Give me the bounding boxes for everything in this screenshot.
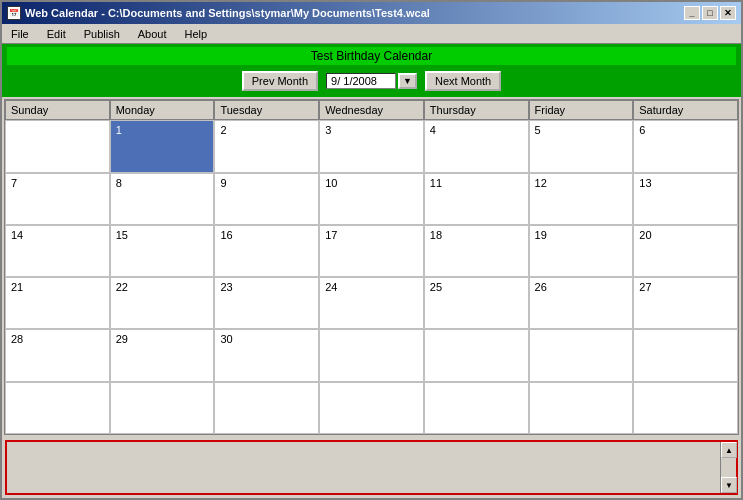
day-header-sunday: Sunday xyxy=(5,100,110,120)
day-cell-2-0[interactable]: 14 xyxy=(5,225,110,277)
status-bar: ▲ ▼ xyxy=(5,440,738,495)
calendar-title: Test Birthday Calendar xyxy=(7,47,736,65)
day-cell-3-6[interactable]: 27 xyxy=(633,277,738,329)
day-cell-3-3[interactable]: 24 xyxy=(319,277,424,329)
close-button[interactable]: ✕ xyxy=(720,6,736,20)
day-cell-2-5[interactable]: 19 xyxy=(529,225,634,277)
day-cell-2-2[interactable]: 16 xyxy=(214,225,319,277)
day-header-thursday: Thursday xyxy=(424,100,529,120)
day-cell-2-6[interactable]: 20 xyxy=(633,225,738,277)
maximize-button[interactable]: □ xyxy=(702,6,718,20)
day-cell-0-3[interactable]: 3 xyxy=(319,120,424,172)
day-cell-5-1 xyxy=(110,382,215,434)
title-bar: 📅 Web Calendar - C:\Documents and Settin… xyxy=(2,2,741,24)
menu-item-file[interactable]: File xyxy=(7,27,33,41)
day-cell-1-5[interactable]: 12 xyxy=(529,173,634,225)
day-header-wednesday: Wednesday xyxy=(319,100,424,120)
nav-bar: Prev Month ▼ Next Month xyxy=(7,68,736,94)
next-month-button[interactable]: Next Month xyxy=(425,71,501,91)
day-cell-4-5 xyxy=(529,329,634,381)
scroll-track xyxy=(721,458,736,477)
day-header-saturday: Saturday xyxy=(633,100,738,120)
day-cell-4-6 xyxy=(633,329,738,381)
day-cell-3-5[interactable]: 26 xyxy=(529,277,634,329)
main-window: 📅 Web Calendar - C:\Documents and Settin… xyxy=(0,0,743,500)
minimize-button[interactable]: _ xyxy=(684,6,700,20)
day-cell-5-5 xyxy=(529,382,634,434)
day-cell-3-1[interactable]: 22 xyxy=(110,277,215,329)
title-bar-left: 📅 Web Calendar - C:\Documents and Settin… xyxy=(7,6,430,20)
day-cell-3-2[interactable]: 23 xyxy=(214,277,319,329)
day-cell-0-5[interactable]: 5 xyxy=(529,120,634,172)
date-dropdown-button[interactable]: ▼ xyxy=(398,73,417,89)
day-cell-4-4 xyxy=(424,329,529,381)
day-header-monday: Monday xyxy=(110,100,215,120)
date-input[interactable] xyxy=(326,73,396,89)
day-cell-0-0 xyxy=(5,120,110,172)
day-cell-3-0[interactable]: 21 xyxy=(5,277,110,329)
calendar-grid: SundayMondayTuesdayWednesdayThursdayFrid… xyxy=(5,100,738,434)
day-cell-3-4[interactable]: 25 xyxy=(424,277,529,329)
day-header-tuesday: Tuesday xyxy=(214,100,319,120)
day-cell-2-4[interactable]: 18 xyxy=(424,225,529,277)
menu-item-publish[interactable]: Publish xyxy=(80,27,124,41)
prev-month-button[interactable]: Prev Month xyxy=(242,71,318,91)
day-cell-1-0[interactable]: 7 xyxy=(5,173,110,225)
scroll-up-button[interactable]: ▲ xyxy=(721,442,737,458)
status-content xyxy=(7,442,720,493)
day-header-friday: Friday xyxy=(529,100,634,120)
menu-item-edit[interactable]: Edit xyxy=(43,27,70,41)
day-cell-1-6[interactable]: 13 xyxy=(633,173,738,225)
status-row: ▲ ▼ xyxy=(7,442,736,493)
day-cell-5-4 xyxy=(424,382,529,434)
day-cell-4-1[interactable]: 29 xyxy=(110,329,215,381)
toolbar: Test Birthday Calendar Prev Month ▼ Next… xyxy=(2,44,741,97)
day-cell-4-3 xyxy=(319,329,424,381)
scrollbar: ▲ ▼ xyxy=(720,442,736,493)
calendar-area: SundayMondayTuesdayWednesdayThursdayFrid… xyxy=(4,99,739,435)
window-title: Web Calendar - C:\Documents and Settings… xyxy=(25,7,430,19)
day-cell-2-1[interactable]: 15 xyxy=(110,225,215,277)
day-cell-2-3[interactable]: 17 xyxy=(319,225,424,277)
menu-item-about[interactable]: About xyxy=(134,27,171,41)
app-icon: 📅 xyxy=(7,6,21,20)
day-cell-5-0 xyxy=(5,382,110,434)
day-cell-1-3[interactable]: 10 xyxy=(319,173,424,225)
day-cell-0-1[interactable]: 1 xyxy=(110,120,215,172)
day-cell-0-4[interactable]: 4 xyxy=(424,120,529,172)
date-selector: ▼ xyxy=(326,73,417,89)
day-cell-5-3 xyxy=(319,382,424,434)
menu-bar: FileEditPublishAboutHelp xyxy=(2,24,741,44)
scroll-down-button[interactable]: ▼ xyxy=(721,477,737,493)
title-bar-buttons: _ □ ✕ xyxy=(684,6,736,20)
day-cell-1-2[interactable]: 9 xyxy=(214,173,319,225)
day-cell-0-2[interactable]: 2 xyxy=(214,120,319,172)
day-cell-0-6[interactable]: 6 xyxy=(633,120,738,172)
day-cell-4-0[interactable]: 28 xyxy=(5,329,110,381)
day-cell-5-6 xyxy=(633,382,738,434)
day-cell-5-2 xyxy=(214,382,319,434)
day-cell-1-1[interactable]: 8 xyxy=(110,173,215,225)
menu-item-help[interactable]: Help xyxy=(181,27,212,41)
day-cell-4-2[interactable]: 30 xyxy=(214,329,319,381)
day-cell-1-4[interactable]: 11 xyxy=(424,173,529,225)
